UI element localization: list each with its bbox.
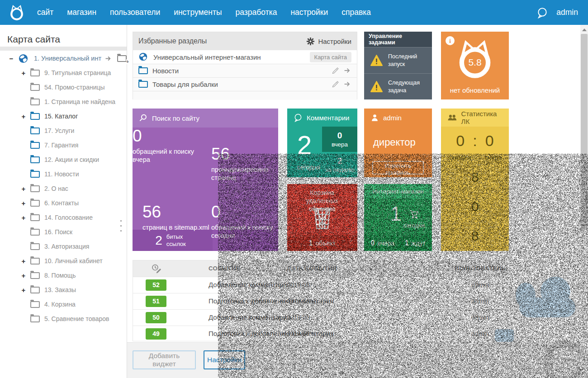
task-row[interactable]: Последний запуск bbox=[364, 47, 432, 73]
tree-item-label[interactable]: 54. Промо-страницы bbox=[44, 84, 105, 91]
tree-item-label[interactable]: 14. Голосование bbox=[44, 214, 93, 221]
broken-links-stat[interactable]: 2 битых ссылок bbox=[133, 230, 213, 251]
tree-item-label[interactable]: 13. Заказы bbox=[44, 286, 76, 293]
tree-item-label[interactable]: 16. Поиск bbox=[44, 228, 72, 236]
event-text[interactable]: Добавление комментария bbox=[209, 281, 290, 288]
edit-pencil-icon[interactable] bbox=[332, 67, 339, 75]
user-menu[interactable]: admin bbox=[556, 8, 578, 17]
goto-arrow-icon[interactable] bbox=[344, 80, 351, 88]
edit-pencil-icon[interactable] bbox=[332, 80, 339, 88]
tree-expander[interactable]: + bbox=[20, 185, 27, 193]
tree-item-label[interactable]: 1. Страница не найдена bbox=[44, 98, 115, 105]
tree-item-label[interactable]: 4. Корзина bbox=[44, 301, 76, 308]
tree-item-label[interactable]: 15. Каталог bbox=[44, 113, 78, 120]
event-id-badge[interactable]: 50 bbox=[146, 312, 166, 323]
nav-menu-item[interactable]: инструменты bbox=[174, 8, 222, 17]
nav-menu-item[interactable]: настройки bbox=[290, 8, 328, 17]
events-col-event[interactable]: СОБЫТИЕ bbox=[209, 265, 240, 272]
tree-item[interactable]: + 6. Контакты bbox=[0, 196, 127, 210]
tree-item[interactable]: 16. Поиск bbox=[0, 225, 127, 239]
tree-item-label[interactable]: 12. Акции и скидки bbox=[44, 156, 99, 163]
nav-menu-item[interactable]: справка bbox=[341, 8, 371, 17]
tree-root-item[interactable]: − 1. Универсальный инт bbox=[0, 51, 127, 66]
event-id-badge[interactable]: 51 bbox=[146, 296, 166, 307]
scrollbar-thumb[interactable] bbox=[581, 34, 588, 228]
tree-item-label[interactable]: 5. Сравнение товаров bbox=[44, 315, 109, 322]
event-user[interactable]: admin bbox=[454, 298, 506, 305]
tree-item[interactable]: 7. Гарантия bbox=[0, 138, 127, 152]
favorite-site-label[interactable]: Универсальный интернет-магазин bbox=[153, 53, 261, 61]
tree-expander[interactable]: + bbox=[20, 272, 27, 279]
tree-item[interactable]: + 13. Заказы bbox=[0, 283, 127, 297]
tree-expander[interactable]: + bbox=[20, 199, 27, 207]
trash-widget: Корзина удаленных объектов 1 объект bbox=[287, 184, 357, 251]
tree-item[interactable]: + 15. Каталог bbox=[0, 109, 127, 123]
favorite-section-label[interactable]: Товары для рыбалки bbox=[152, 80, 218, 88]
nav-menu-item[interactable]: сайт bbox=[37, 8, 53, 17]
tree-item[interactable]: 11. Новости bbox=[0, 167, 127, 181]
tree-item[interactable]: 3. Авторизация bbox=[0, 239, 127, 254]
favorite-section-row[interactable]: Товары для рыбалки bbox=[133, 77, 357, 91]
goto-arrow-icon[interactable] bbox=[105, 55, 112, 62]
tree-item-label[interactable]: 11. Новости bbox=[44, 170, 79, 178]
tree-item-label[interactable]: 6. Контакты bbox=[44, 199, 79, 207]
event-user[interactable]: admin bbox=[454, 314, 506, 321]
tree-item[interactable]: 1. Страница не найдена bbox=[0, 94, 127, 109]
tree-item[interactable]: + 2. О нас bbox=[0, 181, 127, 196]
tree-expander[interactable]: + bbox=[20, 214, 27, 222]
tree-expander[interactable]: + bbox=[20, 286, 27, 294]
add-widget-button[interactable]: Добавить виджет bbox=[133, 350, 196, 369]
goto-arrow-icon[interactable] bbox=[344, 67, 351, 75]
tree-item[interactable]: 12. Акции и скидки bbox=[0, 152, 127, 167]
event-row[interactable]: 49 Подготовка к добавлению комментария 2… bbox=[133, 326, 507, 342]
events-col-date[interactable]: ДАТА СОБЫТИЯ bbox=[287, 265, 337, 272]
tree-item-label[interactable]: 9. Титульная страница bbox=[44, 69, 111, 76]
vertical-scrollbar[interactable] bbox=[580, 25, 588, 378]
tree-item[interactable]: + 8. Помощь bbox=[0, 268, 127, 283]
nav-menu-item[interactable]: пользователи bbox=[110, 8, 160, 17]
tree-item[interactable]: 5. Сравнение товаров bbox=[0, 312, 127, 326]
tree-item[interactable]: 54. Промо-страницы bbox=[0, 80, 127, 94]
favorite-site-row[interactable]: Универсальный интернет-магазин Карта сай… bbox=[133, 50, 357, 64]
tree-expander[interactable]: + bbox=[20, 257, 27, 265]
add-section-icon[interactable] bbox=[117, 55, 127, 62]
trash-footer[interactable]: 1 объект bbox=[287, 235, 357, 251]
sidebar-resize-handle[interactable] bbox=[120, 220, 122, 222]
tree-item-label[interactable]: 10. Личный кабинет bbox=[44, 257, 103, 265]
tree-item[interactable]: + 14. Голосование bbox=[0, 210, 127, 225]
tree-item-label[interactable]: 2. О нас bbox=[44, 185, 68, 192]
tree-root-label[interactable]: 1. Универсальный инт bbox=[34, 55, 101, 62]
scroll-up-arrow-icon[interactable] bbox=[582, 28, 587, 31]
tree-item-label[interactable]: 3. Авторизация bbox=[44, 243, 89, 250]
favorites-settings-button[interactable]: Настройки bbox=[306, 37, 351, 46]
messages-icon[interactable] bbox=[536, 7, 548, 19]
nav-menu-item[interactable]: разработка bbox=[236, 8, 277, 17]
tree-item-label[interactable]: 7. Гарантия bbox=[44, 142, 78, 149]
tree-item[interactable]: + 10. Личный кабинет bbox=[0, 254, 127, 268]
dashboard-settings-button[interactable]: Настройки bbox=[204, 350, 245, 369]
task-row[interactable]: Следующая задача bbox=[364, 73, 432, 99]
event-id-badge[interactable]: 52 bbox=[146, 279, 166, 291]
tree-item-label[interactable]: 8. Помощь bbox=[44, 272, 76, 279]
sitemap-badge[interactable]: Карта сайта bbox=[310, 52, 351, 62]
tree-collapse-toggle[interactable]: − bbox=[8, 55, 14, 62]
event-row[interactable]: 51 Подготовка к добавлению комментария 2… bbox=[133, 293, 507, 309]
event-row[interactable]: 52 Добавление комментария 2018-03-… admi… bbox=[133, 277, 507, 293]
tree-expander[interactable]: + bbox=[20, 113, 27, 120]
tree-item[interactable]: + 9. Титульная страница bbox=[0, 66, 127, 80]
tree-expander[interactable]: + bbox=[20, 69, 27, 77]
event-row[interactable]: 50 Добавление комментария 2018-03-… admi… bbox=[133, 309, 507, 326]
tree-item-label[interactable]: 17. Услуги bbox=[44, 127, 74, 134]
nav-menu-item[interactable]: магазин bbox=[67, 8, 96, 17]
tree-item[interactable]: 4. Корзина bbox=[0, 297, 127, 312]
event-id-badge[interactable]: 49 bbox=[146, 328, 166, 340]
events-col-user[interactable]: ПОЛЬЗОВАТЕЛЬ bbox=[454, 265, 506, 272]
info-icon[interactable] bbox=[446, 36, 455, 45]
favorite-section-label[interactable]: Новости bbox=[152, 67, 179, 75]
favorite-section-row[interactable]: Новости bbox=[133, 64, 357, 77]
netcat-logo-icon[interactable] bbox=[8, 4, 25, 21]
tree-item[interactable]: 17. Услуги bbox=[0, 123, 127, 138]
edit-profile-button[interactable]: Изменить профиль bbox=[372, 161, 424, 175]
event-text[interactable]: Добавление комментария bbox=[209, 313, 290, 321]
event-user[interactable]: admin bbox=[454, 281, 506, 288]
